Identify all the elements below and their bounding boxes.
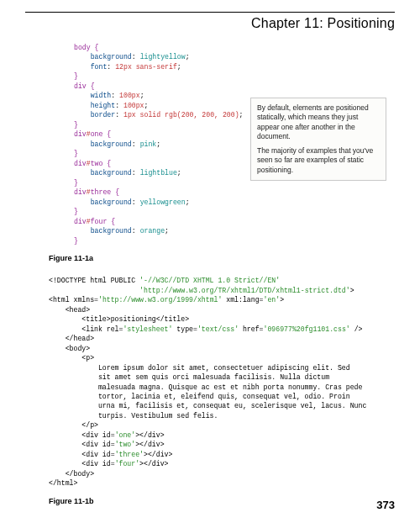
str: 'text/css'	[197, 325, 239, 333]
str: 'four'	[115, 460, 139, 468]
brace: }	[74, 179, 78, 187]
brace: }	[74, 121, 78, 129]
val: yellowgreen	[140, 198, 186, 206]
sel: two {	[91, 160, 112, 167]
t: <!DOCTYPE html PUBLIC	[49, 277, 139, 284]
t: tortor, lacinia et, eleifend quis, conse…	[49, 393, 350, 400]
callout-p1: By default, elements are positioned stat…	[257, 103, 380, 142]
str: 'two'	[115, 441, 136, 448]
sel: four {	[91, 218, 115, 225]
prop: font	[74, 63, 107, 71]
brace: }	[74, 208, 78, 215]
sel: div	[74, 160, 87, 167]
str: 'stylesheet'	[123, 325, 172, 333]
sel: div	[74, 218, 87, 225]
t: <div id=	[49, 441, 115, 448]
t: href=	[239, 325, 263, 333]
t: <div id=	[49, 431, 115, 439]
sel: div	[74, 188, 87, 196]
val: 1px solid rgb(200, 200, 200)	[123, 111, 239, 119]
brace: }	[74, 150, 78, 157]
prop: border	[74, 111, 115, 119]
prop: height	[74, 102, 115, 109]
t: <div id=	[49, 460, 115, 468]
callout-p2: The majority of examples that you've see…	[257, 146, 380, 175]
sel: three {	[91, 188, 119, 196]
t: <link rel=	[49, 325, 123, 333]
t: />	[350, 325, 363, 333]
t: </p>	[49, 421, 98, 429]
t: <body>	[49, 345, 90, 352]
str: 'en'	[264, 296, 281, 304]
str: 'http://www.w3.org/1999/xhtml'	[98, 296, 222, 304]
val: lightblue	[140, 169, 177, 177]
t: </head>	[49, 335, 94, 342]
t: ></div>	[135, 431, 164, 439]
val: pink	[140, 140, 157, 148]
t: <title>positioning</title>	[49, 315, 189, 323]
t: >	[280, 296, 284, 304]
figure-11-1b-caption: Figure 11-1b	[49, 497, 420, 505]
str: 'three'	[115, 451, 144, 458]
t: <html xmlns=	[49, 296, 98, 304]
t: </html>	[49, 479, 77, 487]
prop: width	[74, 92, 111, 99]
html-code-block: <!DOCTYPE html PUBLIC '-//W3C//DTD XHTML…	[49, 276, 420, 489]
t: <div id=	[49, 451, 115, 458]
chapter-title: Chapter 11: Positioning	[0, 16, 395, 31]
t: urna mi, facilisis et, consequat eu, sce…	[49, 402, 366, 409]
t: xml:lang=	[222, 296, 263, 304]
sel: div	[74, 130, 87, 138]
t: malesuada magna. Quisque ac est et nibh …	[49, 383, 362, 391]
page-number: 373	[376, 499, 395, 511]
t: <p>	[49, 354, 94, 362]
t: type=	[172, 325, 197, 333]
callout-box: By default, elements are positioned stat…	[250, 98, 386, 181]
val: 100px	[123, 102, 144, 109]
str: 'http://www.w3.org/TR/xhtml1/DTD/xhtml1-…	[139, 287, 350, 294]
val: orange	[140, 227, 165, 235]
t: </body>	[49, 470, 94, 478]
t: <head>	[49, 306, 90, 314]
prop: background	[74, 227, 132, 235]
str: '-//W3C//DTD XHTML 1.0 Strict//EN'	[139, 277, 280, 284]
t: ></div>	[144, 451, 172, 458]
brace: }	[74, 72, 78, 80]
str: '096977%20fg1101.css'	[264, 325, 350, 333]
prop: background	[74, 169, 132, 177]
brace: }	[74, 237, 78, 245]
top-rule	[25, 12, 395, 13]
t: ></div>	[135, 441, 164, 448]
sel: one {	[91, 130, 112, 138]
str: 'one'	[115, 431, 136, 439]
figure-11-1a-caption: Figure 11-1a	[49, 254, 420, 262]
prop: background	[74, 198, 132, 206]
prop: background	[74, 53, 132, 61]
val: 100px	[119, 92, 140, 99]
sel-div: div {	[74, 82, 95, 90]
t: turpis. Vestibulum sed felis.	[49, 412, 218, 420]
val: lightyellow	[140, 53, 186, 61]
val: 12px sans-serif	[115, 63, 177, 71]
t: ></div>	[139, 460, 168, 468]
prop: background	[74, 140, 132, 148]
t: sit amet sem quis orci malesuada facilis…	[49, 373, 329, 381]
sel-body: body {	[74, 44, 98, 51]
t: Lorem ipsum dolor sit amet, consectetuer…	[49, 364, 350, 372]
